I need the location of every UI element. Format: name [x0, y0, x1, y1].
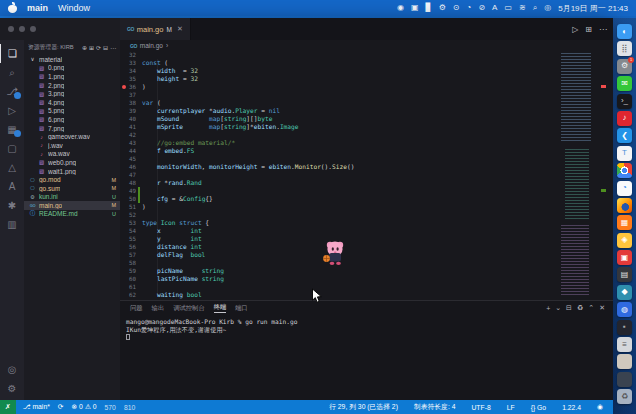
- file-item[interactable]: ∨material: [24, 55, 120, 64]
- code-line[interactable]: 46 monitorWidth, monitorHeight = ebiten.…: [120, 163, 613, 171]
- dock-dark-app[interactable]: ▪: [617, 320, 632, 335]
- file-item[interactable]: ⎔go.modM: [24, 175, 120, 184]
- activitybar-live-share[interactable]: ✱: [0, 196, 24, 215]
- gear-status-icon[interactable]: ⚙: [439, 0, 446, 16]
- activitybar-manage-settings[interactable]: ⚙: [0, 379, 24, 398]
- activitybar-testing[interactable]: △: [0, 158, 24, 177]
- activitybar-explorer[interactable]: ❏: [0, 44, 24, 63]
- dock-system-settings[interactable]: ⚙1: [617, 59, 632, 74]
- file-item[interactable]: ⎔go.sumM: [24, 184, 120, 193]
- dock-window-thumbnail-light[interactable]: [617, 354, 632, 369]
- code-line[interactable]: 54 x int: [120, 227, 613, 235]
- statusbar-git-branch[interactable]: ⎇ main*: [19, 400, 54, 414]
- statusbar-notifications-bell[interactable]: ◉: [593, 400, 607, 414]
- panel-tab-问题[interactable]: 问题: [130, 304, 143, 313]
- maximize-panel-button[interactable]: ⌃: [588, 304, 594, 312]
- refresh-button[interactable]: ⟳: [96, 44, 101, 51]
- dock-launchpad[interactable]: ⣿: [617, 41, 632, 56]
- code-line[interactable]: 45: [120, 155, 613, 163]
- battery-icon[interactable]: ▭: [504, 0, 512, 16]
- code-line[interactable]: 39 currentplayer *audio.Player = nil: [120, 107, 613, 115]
- file-item[interactable]: ⚙kun.iniU: [24, 193, 120, 202]
- dock-finder[interactable]: ◐: [617, 24, 632, 39]
- panel-tab-输出[interactable]: 输出: [152, 304, 165, 313]
- code-line[interactable]: 48 r *rand.Rand: [120, 179, 613, 187]
- breadcrumb[interactable]: GO main.go ›: [120, 40, 613, 51]
- code-line[interactable]: 36): [120, 83, 613, 91]
- statusbar-cursor-position[interactable]: 行 29, 列 30 (已选择 2): [325, 400, 402, 414]
- activitybar-accounts-a[interactable]: A: [0, 177, 24, 196]
- code-line[interactable]: 38var (: [120, 99, 613, 107]
- file-item[interactable]: ⓘREADME.mdU: [24, 210, 120, 219]
- code-line[interactable]: 51): [120, 203, 613, 211]
- code-line[interactable]: 37: [120, 91, 613, 99]
- statusbar-status-extra-1[interactable]: 570: [101, 400, 120, 414]
- apple-menu-icon[interactable]: [8, 3, 17, 13]
- activitybar-extensions[interactable]: ▦: [0, 120, 24, 139]
- code-editor[interactable]: 3233const (34 width = 3235 height = 3236…: [120, 51, 613, 300]
- activitybar-run-and-debug[interactable]: ▷: [0, 101, 24, 120]
- dock-yellow-app[interactable]: ◈: [617, 233, 632, 248]
- code-line[interactable]: 32: [120, 51, 613, 59]
- close-panel-button[interactable]: ✕: [599, 304, 605, 312]
- file-item[interactable]: GOmain.goM: [24, 201, 120, 210]
- circle-status-icon[interactable]: ◉: [397, 0, 404, 16]
- split-terminal-button[interactable]: ⊟: [566, 304, 572, 312]
- dock-book-app[interactable]: ▤: [617, 267, 632, 282]
- code-line[interactable]: 58: [120, 259, 613, 267]
- dock-red-box-app[interactable]: ▣: [617, 250, 632, 265]
- dock-firefox[interactable]: [617, 198, 632, 213]
- zoom-window-button[interactable]: [30, 26, 36, 32]
- dock-vscode[interactable]: ❮: [617, 128, 632, 143]
- wifi-icon[interactable]: ≋: [519, 0, 526, 16]
- dock-trash[interactable]: ♻: [617, 389, 632, 404]
- terminal-output[interactable]: mango@mangodeMacBook-Pro Kirb % go run m…: [120, 315, 613, 400]
- dock-chrome[interactable]: [617, 163, 632, 178]
- tab-main-go[interactable]: GO main.go M ✕: [120, 18, 191, 40]
- code-line[interactable]: 52: [120, 211, 613, 219]
- close-tab-icon[interactable]: ✕: [177, 25, 183, 33]
- panel-tab-端口[interactable]: 端口: [235, 304, 248, 313]
- activitybar-remote-explorer[interactable]: ▢: [0, 139, 24, 158]
- kill-terminal-button[interactable]: ♻: [577, 304, 583, 312]
- code-line[interactable]: 44 f embed.FS: [120, 147, 613, 155]
- code-line[interactable]: 33const (: [120, 59, 613, 67]
- record-icon[interactable]: ⊘: [478, 0, 485, 16]
- dock-terminal-app[interactable]: ›_: [617, 94, 632, 109]
- minimize-window-button[interactable]: [19, 26, 25, 32]
- close-window-button[interactable]: [8, 26, 14, 32]
- file-item[interactable]: ▨7.png: [24, 124, 120, 133]
- search-status-icon[interactable]: ⌕: [533, 0, 537, 16]
- dock-window-thumbnail-dark[interactable]: [617, 372, 632, 387]
- file-item[interactable]: ▨1.png: [24, 72, 120, 81]
- display-icon[interactable]: ▣: [411, 0, 419, 16]
- code-line[interactable]: 42: [120, 131, 613, 139]
- file-item[interactable]: ▨6.png: [24, 115, 120, 124]
- statusbar-problems[interactable]: ⊗ 0 ⚠ 0: [68, 400, 101, 414]
- new-file-button[interactable]: ⊕: [82, 44, 87, 51]
- run-button[interactable]: ▷: [572, 25, 578, 34]
- file-item[interactable]: ♪gameover.wav: [24, 132, 120, 141]
- code-line[interactable]: 61: [120, 283, 613, 291]
- statusbar-indentation[interactable]: 制表符长度: 4: [410, 400, 460, 414]
- file-item[interactable]: ▨3.png: [24, 89, 120, 98]
- file-item[interactable]: ▨web0.png: [24, 158, 120, 167]
- file-item[interactable]: ▨4.png: [24, 98, 120, 107]
- code-line[interactable]: 60 lastPicName string: [120, 275, 613, 283]
- collapse-button[interactable]: ⊟: [103, 44, 108, 51]
- dock-teal-app[interactable]: ◆: [617, 285, 632, 300]
- code-line[interactable]: 41 mSprite map[string]*ebiten.Image: [120, 123, 613, 131]
- code-line[interactable]: 47: [120, 171, 613, 179]
- statusbar-status-extra-2[interactable]: 810: [120, 400, 139, 414]
- dock-orange-grid-app[interactable]: ▦: [617, 215, 632, 230]
- dock-netdisk-app[interactable]: ◔: [617, 181, 632, 196]
- split-editor-button[interactable]: ⊞: [585, 25, 592, 34]
- activitybar-account[interactable]: ◎: [0, 360, 24, 379]
- code-line[interactable]: 35 height = 32: [120, 75, 613, 83]
- code-line[interactable]: 55 y int: [120, 235, 613, 243]
- clipboard-icon[interactable]: ▊: [426, 0, 432, 16]
- new-folder-button[interactable]: ⊞: [89, 44, 94, 51]
- file-item[interactable]: ▨2.png: [24, 81, 120, 90]
- menubar-app-name[interactable]: main: [27, 3, 48, 13]
- statusbar-git-sync-button[interactable]: ⟳: [54, 400, 68, 414]
